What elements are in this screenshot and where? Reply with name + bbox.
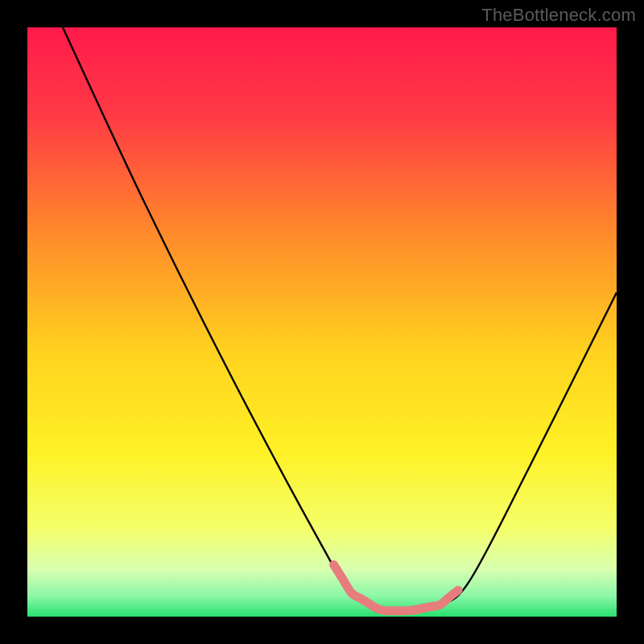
watermark-text: TheBottleneck.com	[481, 5, 636, 26]
bottleneck-chart	[0, 0, 644, 644]
chart-frame: TheBottleneck.com	[0, 0, 644, 644]
plot-background	[27, 27, 617, 617]
